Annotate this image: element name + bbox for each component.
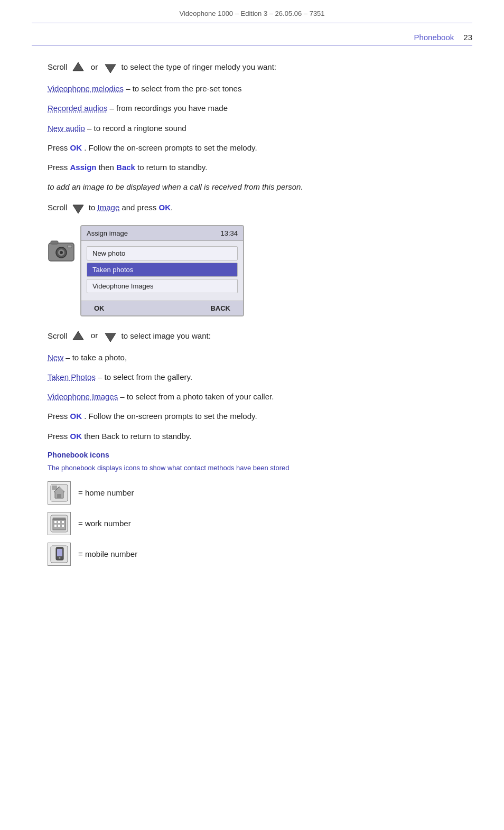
- press-ok-1-para: Press OK . Follow the on-screen prompts …: [48, 142, 456, 154]
- taken-photos-link[interactable]: Taken Photos: [48, 372, 96, 381]
- scroll-image-to: to: [89, 202, 96, 211]
- home-number-label: = home number: [78, 488, 134, 497]
- phone-screen-titlebar: Assign image 13:34: [81, 226, 243, 241]
- phonebook-icons-title: Phonebook icons: [48, 450, 456, 461]
- screen-time: 13:34: [220, 229, 238, 237]
- scroll-label-2: Scroll: [48, 331, 68, 340]
- scroll-label-2-end: to select image you want:: [122, 331, 211, 340]
- or-text-1: or: [91, 62, 98, 71]
- mobile-icon-row: = mobile number: [48, 543, 456, 566]
- svg-rect-23: [53, 518, 66, 520]
- scroll-image-ok: OK: [158, 202, 171, 211]
- scroll-up-icon: [71, 60, 86, 75]
- camera-icon-area: [48, 240, 75, 265]
- page-header: Videophone 1000 – Edition 3 – 26.05.06 –…: [0, 0, 504, 23]
- phone-screen-footer: OK BACK: [81, 301, 243, 315]
- new-audio-link[interactable]: New audio: [48, 124, 85, 133]
- phonebook-icons-section: Phonebook icons The phonebook displays i…: [48, 450, 456, 474]
- svg-marker-1: [105, 64, 116, 73]
- press-assign-end: to return to standby.: [137, 163, 207, 172]
- menu-item-taken-photos[interactable]: Taken photos: [87, 263, 238, 277]
- svg-rect-20: [54, 525, 57, 527]
- svg-rect-19: [62, 521, 64, 523]
- scroll-para-1: Scroll or to select the type of ringer m…: [48, 60, 456, 75]
- recorded-audios-para: Recorded audios – from recordings you ha…: [48, 102, 456, 114]
- link5-desc: – to select from the gallery.: [98, 372, 192, 381]
- mobile-number-icon: [50, 545, 69, 564]
- press-ok-3-para: Press OK then Back to return to standby.: [48, 430, 456, 442]
- footer-ok[interactable]: OK: [94, 304, 105, 312]
- recorded-audios-link[interactable]: Recorded audios: [48, 104, 107, 113]
- new-audio-para: New audio – to record a ringtone sound: [48, 122, 456, 134]
- svg-rect-4: [51, 241, 58, 244]
- svg-rect-14: [52, 486, 57, 490]
- menu-item-new-photo[interactable]: New photo: [87, 246, 238, 260]
- phonebook-icons-desc: The phonebook displays icons to show wha…: [48, 463, 456, 473]
- svg-rect-8: [68, 245, 72, 248]
- link1-desc: – to select from the pre-set tones: [126, 84, 241, 93]
- section-name: Phonebook: [414, 33, 454, 42]
- scroll-image-para: Scroll to Image and press OK.: [48, 201, 456, 216]
- videophone-images-para: Videophone Images – to select from a pho…: [48, 390, 456, 403]
- link2-desc: – from recordings you have made: [110, 104, 228, 113]
- phone-screen: Assign image 13:34 New photo Taken photo…: [80, 225, 244, 316]
- press-ok-2-para: Press OK . Follow the on-screen prompts …: [48, 410, 456, 422]
- phone-screen-body: New photo Taken photos Videophone Images: [81, 241, 243, 297]
- scroll-image-label: Scroll: [48, 202, 68, 211]
- svg-marker-2: [73, 205, 83, 213]
- videophone-melodies-para: Videophone melodies – to select from the…: [48, 82, 456, 95]
- work-number-icon: [50, 514, 69, 533]
- italic-text: to add an image to be displayed when a c…: [48, 182, 303, 191]
- page-number: 23: [463, 33, 472, 42]
- press-ok-1-end: . Follow the on-screen prompts to set th…: [84, 143, 257, 152]
- press-ok-1-label: Press: [48, 143, 68, 152]
- footer-back[interactable]: BACK: [210, 304, 230, 312]
- link4-desc: – to take a photo,: [66, 353, 127, 362]
- press-assign-para: Press Assign then Back to return to stan…: [48, 161, 456, 173]
- svg-marker-10: [105, 333, 116, 342]
- scroll-down-icon: [103, 60, 118, 75]
- scroll-up-icon-2: [71, 329, 86, 344]
- mobile-number-label: = mobile number: [78, 549, 137, 558]
- home-icon-row: = home number: [48, 481, 456, 505]
- home-icon-box: [48, 481, 71, 505]
- videophone-images-link[interactable]: Videophone Images: [48, 392, 118, 401]
- assign-bold: Assign: [70, 163, 97, 172]
- svg-point-7: [60, 251, 63, 254]
- scroll-image-icon: [71, 201, 86, 216]
- scroll-para-2: Scroll or to select image you want:: [48, 329, 456, 344]
- svg-marker-9: [73, 331, 83, 340]
- menu-item-videophone-images[interactable]: Videophone Images: [87, 279, 238, 293]
- press-ok-2-label: Press: [48, 412, 68, 421]
- new-link[interactable]: New: [48, 353, 63, 362]
- screen-title: Assign image: [87, 229, 128, 237]
- videophone-melodies-link[interactable]: Videophone melodies: [48, 84, 124, 93]
- divider-line: [32, 45, 472, 45]
- svg-rect-18: [58, 521, 60, 523]
- press-ok-3-then: then Back to return to standby.: [84, 432, 191, 441]
- scroll-label-1-end: to select the type of ringer melody you …: [122, 62, 277, 71]
- press-ok-3-label: Press: [48, 432, 68, 441]
- phone-screen-container: Assign image 13:34 New photo Taken photo…: [48, 225, 456, 316]
- new-para: New – to take a photo,: [48, 351, 456, 363]
- svg-rect-22: [62, 525, 64, 527]
- back-bold: Back: [116, 163, 135, 172]
- page-number-area: Phonebook 23: [0, 23, 504, 44]
- svg-rect-17: [54, 521, 57, 523]
- ok-1-bold: OK: [70, 143, 82, 152]
- work-icon-box: [48, 512, 71, 535]
- press-assign-then: then: [99, 163, 114, 172]
- link6-desc: – to select from a photo taken of your c…: [120, 392, 274, 401]
- camera-icon: [48, 240, 75, 263]
- work-icon-row: = work number: [48, 512, 456, 535]
- header-title: Videophone 1000 – Edition 3 – 26.05.06 –…: [179, 10, 324, 17]
- mobile-icon-box: [48, 543, 71, 566]
- ok-3-bold: OK: [70, 432, 82, 441]
- taken-photos-para: Taken Photos – to select from the galler…: [48, 371, 456, 383]
- scroll-label-1: Scroll: [48, 62, 68, 71]
- ok-2-bold: OK: [70, 412, 82, 421]
- image-link[interactable]: Image: [98, 202, 120, 211]
- home-number-icon: [50, 483, 69, 502]
- svg-rect-21: [58, 525, 60, 527]
- press-assign-label: Press: [48, 163, 68, 172]
